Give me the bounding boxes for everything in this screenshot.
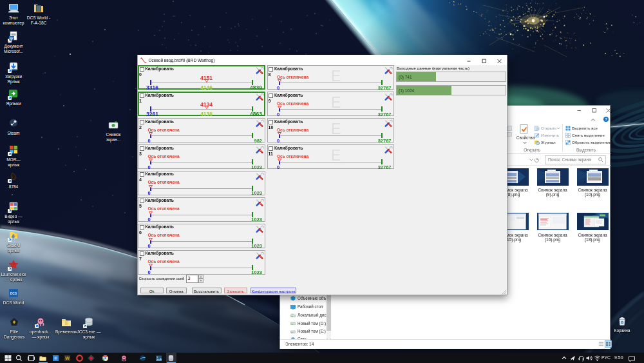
- svg-text:W: W: [65, 356, 70, 360]
- svg-text:DCS: DCS: [10, 291, 17, 295]
